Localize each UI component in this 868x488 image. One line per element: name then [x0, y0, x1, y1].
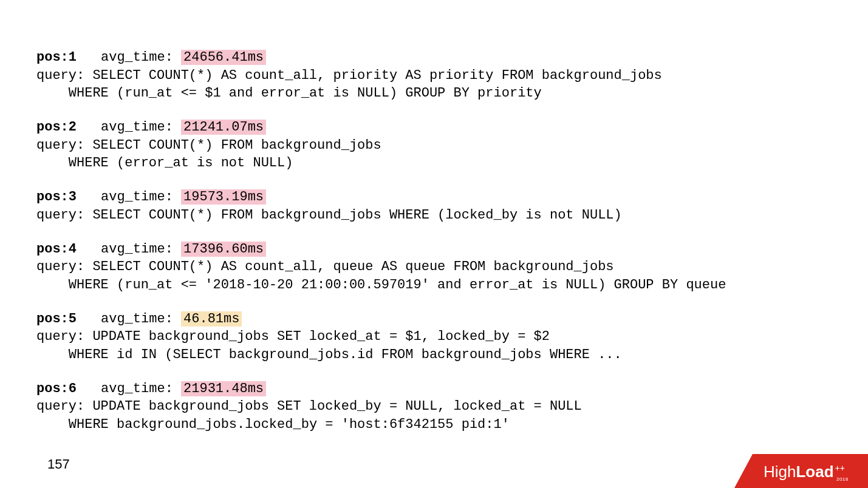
- avg-time-label: avg_time:: [101, 120, 181, 135]
- pos-label: pos:3: [36, 189, 77, 205]
- avg-time-value: 21931.48ms: [181, 381, 266, 396]
- entry-header: pos:1avg_time: 24656.41ms: [36, 49, 832, 67]
- avg-time-value: 46.81ms: [181, 311, 242, 327]
- avg-time-label: avg_time:: [101, 50, 181, 65]
- pos-label: pos:4: [36, 242, 77, 257]
- avg-time-label: avg_time:: [101, 381, 181, 396]
- query-entry: pos:3avg_time: 19573.19msquery: SELECT C…: [36, 188, 832, 224]
- avg-time-label: avg_time:: [101, 189, 181, 205]
- avg-time-label: avg_time:: [101, 311, 181, 327]
- pos-label: pos:5: [36, 311, 77, 327]
- entry-header: pos:4avg_time: 17396.60ms: [36, 240, 832, 259]
- query-text: query: SELECT COUNT(*) AS count_all, que…: [36, 258, 832, 294]
- badge-year: 2018: [836, 476, 849, 482]
- badge-plus: ++: [835, 463, 845, 473]
- pos-label: pos:2: [36, 120, 77, 135]
- avg-time-value: 21241.07ms: [181, 120, 266, 135]
- entry-header: pos:2avg_time: 21241.07ms: [36, 118, 832, 137]
- badge-brand-light: High: [764, 463, 796, 481]
- query-entry: pos:6avg_time: 21931.48msquery: UPDATE b…: [36, 380, 832, 434]
- query-text: query: SELECT COUNT(*) FROM background_j…: [36, 206, 832, 225]
- query-text: query: UPDATE background_jobs SET locked…: [36, 328, 832, 364]
- query-text: query: SELECT COUNT(*) AS count_all, pri…: [36, 67, 832, 103]
- entry-header: pos:3avg_time: 19573.19ms: [36, 188, 832, 206]
- query-text: query: SELECT COUNT(*) FROM background_j…: [36, 137, 832, 172]
- query-entry: pos:1avg_time: 24656.41msquery: SELECT C…: [36, 49, 832, 103]
- badge-brand-bold: Load: [796, 463, 833, 481]
- avg-time-value: 19573.19ms: [181, 189, 266, 205]
- query-entry: pos:2avg_time: 21241.07msquery: SELECT C…: [36, 118, 832, 172]
- highload-badge: HighLoad++2018: [734, 454, 868, 488]
- entry-header: pos:5avg_time: 46.81ms: [36, 310, 832, 328]
- avg-time-label: avg_time:: [101, 242, 181, 257]
- pos-label: pos:6: [36, 381, 77, 396]
- query-entry: pos:4avg_time: 17396.60msquery: SELECT C…: [36, 240, 832, 294]
- avg-time-value: 17396.60ms: [181, 242, 266, 257]
- slide-content: pos:1avg_time: 24656.41msquery: SELECT C…: [0, 0, 868, 434]
- avg-time-value: 24656.41ms: [181, 50, 266, 65]
- query-entry: pos:5avg_time: 46.81msquery: UPDATE back…: [36, 310, 832, 364]
- entry-header: pos:6avg_time: 21931.48ms: [36, 380, 832, 398]
- page-number: 157: [47, 455, 70, 473]
- pos-label: pos:1: [36, 50, 77, 65]
- query-text: query: UPDATE background_jobs SET locked…: [36, 398, 832, 433]
